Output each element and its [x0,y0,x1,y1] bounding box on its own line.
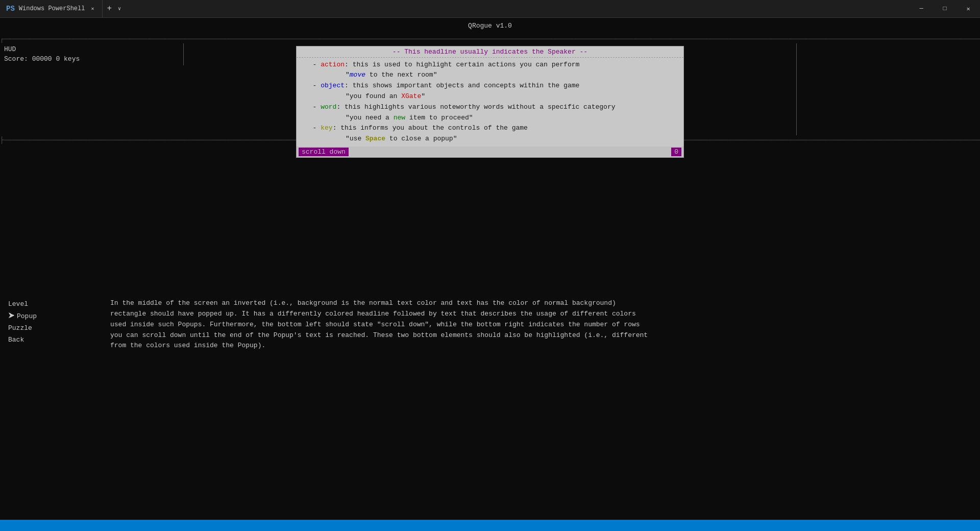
terminal-area: ┌───────────────────────────────────────… [0,33,980,520]
right-panel [796,43,980,135]
restore-button[interactable]: □ [933,0,957,18]
new-keyword: new [394,114,405,122]
popup-body: - action: this is used to highlight cert… [297,58,683,147]
popup: -- This headline usually indicates the S… [296,46,684,158]
key-keyword: key [321,124,332,132]
tab-close-button[interactable]: ✕ [89,5,96,13]
nav-item-popup[interactable]: ⮞ Popup [8,310,94,322]
space-keyword: Space [365,135,385,142]
popup-line-3: - object: this shows important objects a… [305,81,675,91]
hud-row: HUD Score: 00000 0 keys -- This headline… [0,43,980,135]
back-label: Back [8,336,24,344]
nav-arrow: ⮞ [8,310,15,322]
popup-line-4: "you found an XGate" [305,91,675,102]
tab-dropdown-button[interactable]: ∨ [116,6,123,12]
tab-label: Windows PowerShell [19,5,85,12]
close-button[interactable]: ✕ [957,0,980,18]
center-panel: -- This headline usually indicates the S… [184,43,796,135]
score-num: 00000 [32,55,52,63]
titlebar: PS Windows PowerShell ✕ + ∨ ─ □ ✕ [0,0,980,18]
action-keyword: action [321,61,345,68]
popup-line-7: - key: this informs you about the contro… [305,123,675,134]
popup-line-2: "move to the next room" [305,70,675,81]
scroll-down-badge: scroll down [299,148,349,156]
object-keyword: object [321,82,345,89]
minimize-button[interactable]: ─ [910,0,933,18]
popup-line-8: "use Space to close a popup" [305,134,675,144]
scroll-count-badge: 0 [671,148,681,156]
nav-item-level[interactable]: Level [8,298,94,310]
hud-panel: HUD Score: 00000 0 keys [0,43,184,65]
top-border-line: ┌───────────────────────────────────────… [0,33,980,43]
game-top-section: ┌───────────────────────────────────────… [0,33,980,145]
tab-area: PS Windows PowerShell ✕ + ∨ [0,0,123,17]
window-controls: ─ □ ✕ [910,0,980,17]
description-panel: In the middle of the screen an inverted … [102,296,664,353]
nav-item-puzzle[interactable]: Puzzle [8,322,94,334]
puzzle-label: Puzzle [8,324,32,332]
game-empty-area [0,145,980,288]
popup-line-6: "you need a new item to proceed" [305,113,675,124]
status-bar [0,520,980,531]
level-label: Level [8,300,28,308]
description-text: In the middle of the screen an inverted … [110,299,648,349]
nav-menu: Level ⮞ Popup Puzzle Back [0,296,102,353]
hud-label: HUD [4,44,179,55]
nav-item-back[interactable]: Back [8,334,94,346]
app-title: QRogue v1.0 [468,22,512,30]
popup-line-1: - action: this is used to highlight cert… [305,60,675,70]
move-keyword: move [350,71,365,79]
popup-footer: scroll down 0 [297,147,683,157]
bottom-section: Level ⮞ Popup Puzzle Back In the middle … [0,288,980,361]
popup-line-5: - word: this highlights various notewort… [305,102,675,113]
ps-icon: PS [6,5,15,13]
word-keyword: word [321,103,336,111]
app-titlebar: QRogue v1.0 [0,18,980,33]
powershell-tab[interactable]: PS Windows PowerShell ✕ [0,0,103,17]
xgate-keyword: XGate [401,92,421,100]
keys-num: 0 keys [56,55,80,63]
score-label: Score: [4,55,28,63]
new-tab-button[interactable]: + [103,4,116,13]
hud-score: Score: 00000 0 keys [4,54,179,64]
popup-label: Popup [17,310,37,322]
popup-headline: -- This headline usually indicates the S… [297,46,683,58]
